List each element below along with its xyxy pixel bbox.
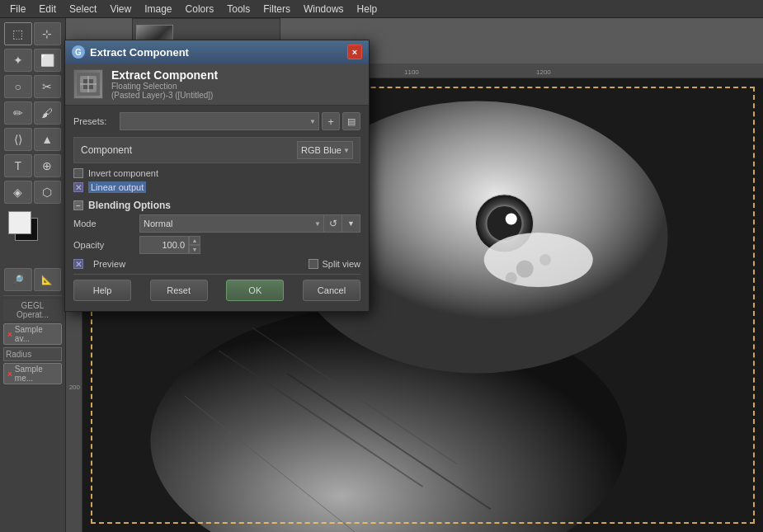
presets-add-button[interactable]: +	[322, 112, 340, 130]
invert-component-row: Invert component	[73, 168, 360, 178]
tool-rotate[interactable]: ○	[4, 75, 32, 98]
gegl-label: GEGL Operat...	[3, 299, 62, 321]
preview-checkbox[interactable]: ✕	[73, 259, 83, 269]
mode-reset-button[interactable]: ↺	[324, 214, 342, 233]
menu-image[interactable]: Image	[138, 2, 178, 16]
preview-row: ✕ Preview Split view	[73, 259, 360, 269]
linear-output-label: Linear output	[88, 181, 146, 193]
ruler-h-tick-1200: 1200	[536, 68, 551, 76]
gegl-sample-merged[interactable]: × Sample me...	[3, 363, 62, 384]
menu-windows[interactable]: Windows	[297, 2, 351, 16]
button-row: Help Reset OK Cancel	[73, 274, 360, 304]
svg-point-11	[516, 260, 534, 277]
dialog-close-button[interactable]: ×	[347, 45, 362, 59]
dialog-header: Extract Component Floating Selection (Pa…	[65, 64, 369, 106]
split-view-container: Split view	[308, 259, 360, 269]
gegl-sample-remove-icon[interactable]: ×	[7, 370, 12, 379]
opacity-decrement-button[interactable]: ▼	[189, 245, 200, 254]
toolbox: ⬚ ⊹ ✦ ⬜ ○ ✂ ✏ 🖌 ⟨⟩ ▲ T ⊕ ◈ ⬡ 🔎 📐 GEGL Op…	[0, 18, 66, 532]
component-label: Component	[81, 144, 132, 156]
tool-dodge[interactable]: ▲	[34, 128, 62, 151]
invert-component-checkbox[interactable]	[73, 168, 83, 178]
tool-smudge[interactable]: ⟨⟩	[4, 128, 32, 151]
presets-folder-button[interactable]: ▤	[342, 112, 360, 130]
svg-point-9	[506, 213, 517, 224]
blending-options-header: − Blending Options	[73, 200, 360, 211]
menu-view[interactable]: View	[103, 2, 138, 16]
opacity-spinner: ▲ ▼	[189, 236, 200, 254]
presets-row: Presets: + ▤	[73, 112, 360, 130]
ruler-h-tick-1100: 1100	[404, 68, 419, 76]
component-row: Component RGB Blue RGB Red RGB Green Hue…	[73, 137, 360, 163]
preview-label: Preview	[93, 259, 125, 269]
cancel-button[interactable]: Cancel	[303, 280, 360, 301]
tool-move[interactable]: ✦	[4, 49, 32, 72]
dialog-header-icon	[73, 69, 103, 99]
menu-colors[interactable]: Colors	[179, 2, 221, 16]
dialog-icon: G	[72, 45, 85, 59]
preview-check-mark: ✕	[75, 260, 82, 269]
component-select[interactable]: RGB Blue RGB Red RGB Green Hue Saturatio…	[297, 141, 353, 159]
mode-select[interactable]: Normal Multiply Screen Overlay	[139, 214, 324, 233]
reset-button[interactable]: Reset	[150, 280, 208, 301]
tool-zoom[interactable]: 🔎	[4, 268, 32, 291]
tool-paint[interactable]: 🖌	[34, 101, 62, 125]
gegl-remove-icon[interactable]: ×	[7, 330, 12, 339]
tool-measure[interactable]: 📐	[34, 268, 62, 291]
tool-heal[interactable]: ◈	[4, 181, 32, 204]
dialog-header-text: Extract Component Floating Selection (Pa…	[111, 68, 218, 100]
presets-select[interactable]	[120, 112, 319, 130]
dialog-titlebar[interactable]: G Extract Component ×	[65, 40, 369, 64]
menu-tools[interactable]: Tools	[220, 2, 257, 16]
opacity-row: Opacity ▲ ▼	[73, 236, 360, 254]
blending-options-title: Blending Options	[88, 200, 171, 211]
tool-scissors[interactable]: ✂	[34, 75, 62, 98]
tool-text[interactable]: T	[4, 154, 32, 177]
mode-row: Mode Normal Multiply Screen Overlay ↺ ▼	[73, 214, 360, 233]
ruler-v-tick-200: 200	[69, 384, 80, 391]
mode-label: Mode	[73, 219, 139, 228]
svg-point-12	[539, 254, 551, 266]
split-view-label: Split view	[323, 259, 360, 269]
svg-point-10	[484, 233, 593, 287]
checkbox-x-mark: ✕	[75, 183, 82, 192]
menu-edit[interactable]: Edit	[32, 2, 63, 16]
dialog-content: Presets: + ▤ Component RGB Blue RGB Red …	[65, 106, 369, 311]
opacity-increment-button[interactable]: ▲	[189, 236, 200, 245]
menu-select[interactable]: Select	[63, 2, 103, 16]
presets-label: Presets:	[73, 116, 115, 126]
menu-help[interactable]: Help	[351, 2, 384, 16]
dialog-title: Extract Component	[90, 46, 347, 59]
tool-clone[interactable]: ⊕	[34, 154, 62, 177]
linear-output-checkbox[interactable]: ✕	[73, 182, 83, 192]
menu-filters[interactable]: Filters	[257, 2, 297, 16]
gegl-sample-average[interactable]: × Sample av...	[3, 323, 62, 345]
dialog-layer-info: (Pasted Layer)-3 ([Untitled])	[111, 91, 218, 100]
help-button[interactable]: Help	[73, 280, 131, 301]
opacity-input[interactable]	[139, 236, 189, 254]
mode-down-button[interactable]: ▼	[342, 214, 360, 233]
blending-options-collapse[interactable]: −	[73, 200, 83, 210]
foreground-color-swatch[interactable]	[8, 211, 31, 234]
radius-field: Radius	[3, 347, 62, 361]
invert-component-label: Invert component	[88, 168, 158, 178]
svg-point-13	[506, 272, 517, 284]
tool-select-rect[interactable]: ⬚	[4, 22, 32, 45]
linear-output-row: ✕ Linear output	[73, 181, 360, 193]
split-view-checkbox[interactable]	[308, 259, 318, 269]
menubar: File Edit Select View Image Colors Tools…	[0, 0, 763, 18]
extract-component-dialog: G Extract Component × Extract Component …	[64, 40, 370, 312]
tool-path[interactable]: ⬡	[34, 181, 62, 204]
tool-select-free[interactable]: ⊹	[34, 22, 62, 45]
dialog-floating-selection: Floating Selection	[111, 82, 218, 91]
ok-button[interactable]: OK	[226, 280, 284, 301]
tool-pencil[interactable]: ✏	[4, 101, 32, 125]
dialog-header-title: Extract Component	[111, 68, 218, 82]
tool-crop[interactable]: ⬜	[34, 49, 62, 72]
opacity-label: Opacity	[73, 240, 139, 250]
menu-file[interactable]: File	[3, 2, 32, 16]
